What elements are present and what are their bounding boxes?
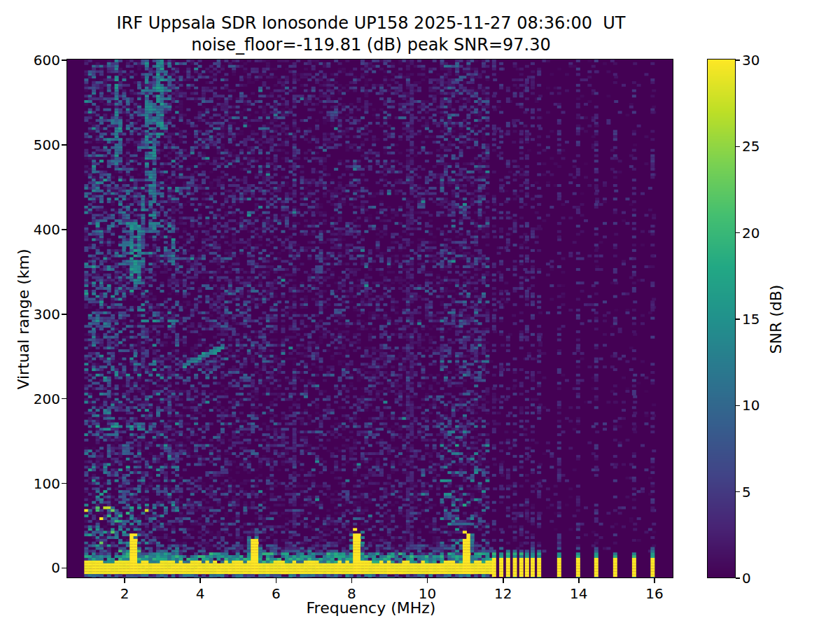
x-tick-mark <box>654 578 655 583</box>
x-tick-mark <box>427 578 428 583</box>
colorbar <box>707 59 736 578</box>
y-tick-label: 500 <box>34 136 60 153</box>
colorbar-tick-label: 20 <box>742 225 760 241</box>
x-tick-mark <box>578 578 580 583</box>
y-tick-label: 0 <box>51 559 60 576</box>
colorbar-tick-label: 15 <box>742 311 760 328</box>
x-tick-label: 4 <box>196 585 205 602</box>
y-tick-mark <box>62 59 66 61</box>
y-tick-label: 100 <box>34 475 60 492</box>
colorbar-tick-mark <box>736 59 740 61</box>
x-tick-mark <box>200 578 201 583</box>
y-tick-mark <box>62 483 66 484</box>
y-tick-label: 300 <box>34 306 60 323</box>
y-tick-mark <box>62 144 66 146</box>
chart-subtitle: noise_floor=-119.81 (dB) peak SNR=97.30 <box>191 35 551 55</box>
colorbar-tick-mark <box>736 146 740 148</box>
x-axis-label: Frequency (MHz) <box>307 599 436 617</box>
colorbar-tick-label: 25 <box>742 138 760 155</box>
colorbar-tick-label: 0 <box>742 570 751 587</box>
y-tick-mark <box>62 398 66 400</box>
x-tick-mark <box>351 578 353 583</box>
x-tick-mark <box>503 578 504 583</box>
x-tick-label: 12 <box>494 585 512 602</box>
colorbar-gradient-canvas <box>708 59 735 578</box>
y-tick-label: 400 <box>34 221 60 238</box>
colorbar-tick-mark <box>736 491 740 493</box>
y-tick-mark <box>62 568 66 569</box>
y-axis-label: Virtual range (km) <box>15 248 32 389</box>
colorbar-tick-label: 30 <box>742 52 760 69</box>
x-tick-mark <box>276 578 277 583</box>
colorbar-tick-label: 5 <box>742 484 751 500</box>
x-tick-label: 2 <box>120 585 130 602</box>
colorbar-label: SNR (dB) <box>767 285 785 354</box>
y-tick-mark <box>62 314 66 315</box>
y-tick-label: 600 <box>34 52 60 69</box>
x-tick-label: 16 <box>645 585 663 602</box>
x-tick-label: 6 <box>272 585 281 602</box>
colorbar-tick-mark <box>736 232 740 234</box>
y-tick-label: 200 <box>34 391 60 407</box>
figure: { "title": { "line1": "IRF Uppsala SDR I… <box>0 0 840 630</box>
x-tick-label: 14 <box>570 585 587 602</box>
y-tick-mark <box>62 229 66 230</box>
colorbar-tick-mark <box>736 405 740 407</box>
ionogram-heatmap-canvas <box>67 59 673 578</box>
heatmap-plot-area <box>66 59 673 578</box>
chart-title: IRF Uppsala SDR Ionosonde UP158 2025-11-… <box>117 13 626 33</box>
colorbar-tick-label: 10 <box>742 397 760 414</box>
x-tick-mark <box>124 578 125 583</box>
colorbar-tick-mark <box>736 318 740 320</box>
colorbar-tick-mark <box>736 578 740 579</box>
